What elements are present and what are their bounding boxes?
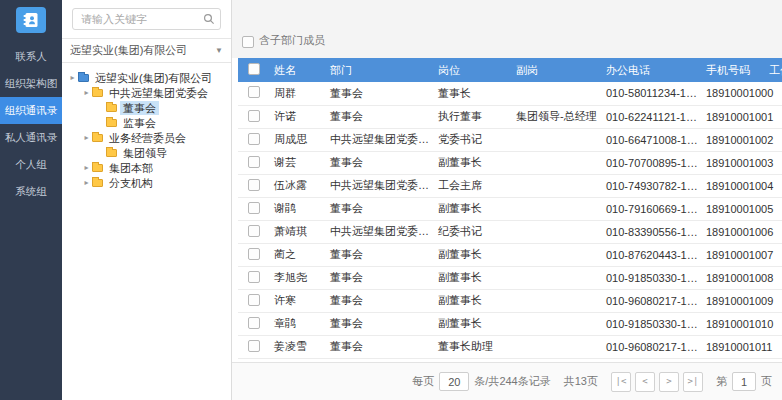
prev-page-button[interactable]: < — [635, 372, 655, 392]
cell-deputy: 集团领导-总经理 — [510, 105, 600, 128]
sidebar-item-3[interactable]: 私人通讯录 — [0, 124, 62, 151]
row-checkbox[interactable] — [248, 340, 260, 352]
search-icon[interactable] — [203, 13, 215, 25]
cell-name: 萧靖琪 — [268, 220, 324, 243]
sidebar-item-1[interactable]: 组织架构图 — [0, 70, 62, 97]
column-header-6: 工作地 — [763, 58, 782, 82]
per-page-input[interactable] — [439, 372, 469, 391]
cell-deputy — [510, 197, 600, 220]
tree-node-label: 监事会 — [120, 116, 159, 130]
pagination-bar: 每页 条/共244条记录 共13页 |< < > >| 第 页 — [232, 362, 782, 400]
row-checkbox[interactable] — [248, 225, 260, 237]
folder-icon — [92, 89, 103, 97]
search-box — [72, 8, 221, 30]
cell-dept: 董事会 — [324, 197, 432, 220]
row-checkbox[interactable] — [248, 133, 260, 145]
page-input[interactable] — [732, 372, 756, 391]
row-checkbox-cell — [238, 82, 268, 105]
row-checkbox-cell — [238, 197, 268, 220]
row-checkbox-cell — [238, 312, 268, 335]
pages-total-label: 共13页 — [564, 374, 598, 389]
row-checkbox-cell — [238, 266, 268, 289]
cell-office-phone: 010-70700895-1003 — [600, 151, 700, 174]
cell-office-phone: 010-62241121-1001 — [600, 105, 700, 128]
sidebar-item-0[interactable]: 联系人 — [0, 43, 62, 70]
row-checkbox[interactable] — [248, 248, 260, 260]
column-header-4: 办公电话 — [600, 58, 700, 82]
app-logo[interactable] — [16, 7, 46, 33]
sidebar-item-2[interactable]: 组织通讯录 — [0, 97, 62, 124]
table-body: 周群董事会董事长010-58011234-100018910001000许诺董事… — [238, 82, 782, 358]
company-select[interactable]: 远望实业(集团)有限公司 ▼ — [62, 38, 231, 63]
tree-expand-arrow-icon[interactable]: ▸ — [68, 73, 77, 82]
cell-dept: 董事会 — [324, 312, 432, 335]
column-header-1: 部门 — [324, 58, 432, 82]
cell-name: 谢鹃 — [268, 197, 324, 220]
cell-dept: 董事会 — [324, 151, 432, 174]
row-checkbox[interactable] — [248, 271, 260, 283]
table-row: 章鹃董事会副董事长010-91850330-101018910001010 — [238, 312, 782, 335]
cell-name: 周成思 — [268, 128, 324, 151]
tree-node-0[interactable]: ▸远望实业(集团)有限公司 — [66, 70, 227, 85]
search-input[interactable] — [72, 8, 221, 30]
cell-office-phone: 010-96080217-1011 — [600, 335, 700, 358]
sidebar-item-5[interactable]: 系统组 — [0, 178, 62, 205]
row-checkbox[interactable] — [248, 86, 260, 98]
column-header-0: 姓名 — [268, 58, 324, 82]
select-all-checkbox[interactable] — [248, 63, 260, 75]
records-label: 条/共244条记录 — [474, 374, 550, 389]
tree-node-2[interactable]: 董事会 — [66, 100, 227, 115]
cell-post: 纪委书记 — [432, 220, 510, 243]
cell-dept: 董事会 — [324, 105, 432, 128]
folder-icon — [106, 149, 117, 157]
cell-name: 谢芸 — [268, 151, 324, 174]
sidebar-item-4[interactable]: 个人组 — [0, 151, 62, 178]
last-page-button[interactable]: >| — [683, 372, 703, 392]
row-checkbox[interactable] — [248, 317, 260, 329]
tree-expand-arrow-icon[interactable]: ▸ — [82, 133, 91, 142]
row-checkbox[interactable] — [248, 179, 260, 191]
tree-node-7[interactable]: ▸分支机构 — [66, 175, 227, 190]
cell-post: 副董事长 — [432, 266, 510, 289]
tree-node-1[interactable]: ▸中共远望集团党委会 — [66, 85, 227, 100]
table-row: 谢鹃董事会副董事长010-79160669-100518910001005 — [238, 197, 782, 220]
cell-deputy — [510, 220, 600, 243]
tree-expand-arrow-icon[interactable]: ▸ — [82, 178, 91, 187]
row-checkbox-cell — [238, 105, 268, 128]
tree-node-3[interactable]: 监事会 — [66, 115, 227, 130]
include-sub-dept-checkbox[interactable] — [242, 36, 254, 48]
tree-node-6[interactable]: ▸集团本部 — [66, 160, 227, 175]
page-prefix-label: 第 — [716, 374, 727, 389]
cell-office-phone: 010-87620443-1007 — [600, 243, 700, 266]
tree-expand-arrow-icon[interactable]: ▸ — [82, 88, 91, 97]
cell-post: 党委书记 — [432, 128, 510, 151]
row-checkbox[interactable] — [248, 202, 260, 214]
cell-post: 副董事长 — [432, 289, 510, 312]
row-checkbox[interactable] — [248, 110, 260, 122]
row-checkbox-cell — [238, 243, 268, 266]
tree-node-5[interactable]: 集团领导 — [66, 145, 227, 160]
row-checkbox[interactable] — [248, 156, 260, 168]
cell-deputy — [510, 243, 600, 266]
tree-node-label: 分支机构 — [106, 176, 156, 190]
cell-mobile: 18910001007 — [700, 243, 763, 266]
table-row: 许诺董事会执行董事集团领导-总经理010-62241121-1001189100… — [238, 105, 782, 128]
tree-node-4[interactable]: ▸业务经营委员会 — [66, 130, 227, 145]
cell-deputy — [510, 82, 600, 105]
members-table-wrap: 姓名部门岗位副岗办公电话手机号码工作地 周群董事会董事长010-58011234… — [232, 58, 782, 362]
first-page-button[interactable]: |< — [611, 372, 631, 392]
tree-expand-arrow-icon[interactable]: ▸ — [82, 163, 91, 172]
row-checkbox[interactable] — [248, 294, 260, 306]
cell-mobile: 18910001011 — [700, 335, 763, 358]
column-header-2: 岗位 — [432, 58, 510, 82]
tree-node-label: 董事会 — [120, 101, 159, 115]
row-checkbox-cell — [238, 220, 268, 243]
cell-office-phone: 010-58011234-1000 — [600, 82, 700, 105]
row-checkbox-cell — [238, 174, 268, 197]
filter-row: 含子部门成员 — [232, 0, 782, 58]
next-page-button[interactable]: > — [659, 372, 679, 392]
table-row: 许寒董事会副董事长010-96080217-100918910001009 — [238, 289, 782, 312]
cell-dept: 董事会 — [324, 289, 432, 312]
cell-mobile: 18910001008 — [700, 266, 763, 289]
cell-office-phone: 010-66471008-1002 — [600, 128, 700, 151]
